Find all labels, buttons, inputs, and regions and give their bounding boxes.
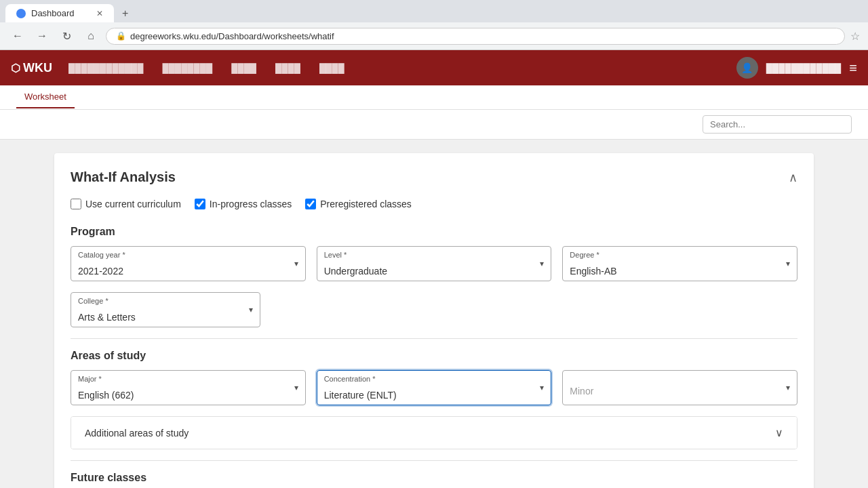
catalog-year-field: Catalog year * 2021-2022 ▾ [71,246,306,281]
address-text: degreeworks.wku.edu/Dashboard/worksheets… [130,31,835,41]
divider-2 [71,460,797,461]
header-nav-3[interactable]: ████ [226,60,262,76]
level-select[interactable]: Level * Undergraduate ▾ [317,246,552,281]
in-progress-label: In-progress classes [210,199,292,209]
wku-logo: ⬡ WKU [11,61,52,75]
degree-select[interactable]: Degree * English-AB ▾ [562,246,797,281]
in-progress-checkbox[interactable] [195,199,205,209]
program-row-2: College * Arts & Letters ▾ [71,292,797,327]
concentration-label: Concentration * [324,375,376,383]
logo-text: WKU [23,61,52,75]
reload-button[interactable]: ↻ [57,26,76,45]
future-classes-section: Future classes ADD [71,472,797,488]
hamburger-menu-button[interactable]: ≡ [849,60,857,76]
nav-bar: ← → ↻ ⌂ 🔒 degreeworks.wku.edu/Dashboard/… [0,22,868,49]
major-value: English (662) [71,371,305,405]
in-progress-checkbox-item[interactable]: In-progress classes [195,199,292,209]
major-label: Major * [78,375,102,383]
college-label: College * [78,297,108,305]
app-header: ⬡ WKU ████████████ ████████ ████ ████ ██… [0,50,868,85]
major-select[interactable]: Major * English (662) ▾ [71,370,306,405]
degree-label: Degree * [570,251,599,259]
bookmark-button[interactable]: ☆ [850,30,860,43]
minor-select[interactable]: Minor ▾ [562,370,797,405]
page-title: What-If Analysis [71,169,176,185]
header-nav-5[interactable]: ████ [314,60,350,76]
program-section: Program Catalog year * 2021-2022 ▾ [71,226,797,327]
level-field: Level * Undergraduate ▾ [317,246,552,281]
header-nav-links: ████████████ ████████ ████ ████ ████ [63,60,726,76]
search-input[interactable] [703,115,852,134]
sub-header: Worksheet [0,85,868,110]
divider-1 [71,338,797,339]
back-button[interactable]: ← [8,26,27,45]
use-current-label: Use current curriculum [85,199,181,209]
checkboxes-row: Use current curriculum In-progress class… [71,199,797,209]
browser-chrome: Dashboard ✕ + ← → ↻ ⌂ 🔒 degreeworks.wku.… [0,0,868,50]
college-field: College * Arts & Letters ▾ [71,292,260,327]
additional-areas-toggle[interactable]: Additional areas of study ∨ [71,417,797,449]
lock-icon: 🔒 [116,31,126,41]
address-bar[interactable]: 🔒 degreeworks.wku.edu/Dashboard/workshee… [106,28,845,45]
additional-areas-label: Additional areas of study [85,428,189,439]
preregistered-checkbox-item[interactable]: Preregistered classes [305,199,412,209]
header-right: 👤 ████████████ ≡ [736,57,857,79]
level-label: Level * [324,251,347,259]
new-tab-button[interactable]: + [117,5,134,22]
program-section-label: Program [71,226,797,238]
additional-areas-section: Additional areas of study ∨ [71,416,797,449]
college-select[interactable]: College * Arts & Letters ▾ [71,292,260,327]
concentration-select[interactable]: Concentration * Literature (ENLT) ▾ [317,370,552,405]
header-nav-2[interactable]: ████████ [157,60,218,76]
minor-field: Minor ▾ [562,370,797,405]
degree-field: Degree * English-AB ▾ [562,246,797,281]
areas-row: Major * English (662) ▾ Concentration * [71,370,797,405]
tab-close-button[interactable]: ✕ [96,9,103,18]
main-content: What-If Analysis ∧ Use current curriculu… [0,140,868,488]
user-name: ████████████ [766,63,842,73]
major-field: Major * English (662) ▾ [71,370,306,405]
use-current-checkbox-item[interactable]: Use current curriculum [71,199,181,209]
concentration-field: Concentration * Literature (ENLT) ▾ [317,370,552,405]
home-button[interactable]: ⌂ [81,26,100,45]
future-classes-label: Future classes [71,472,797,484]
catalog-year-label: Catalog year * [78,251,125,259]
areas-of-study-section: Areas of study Major * English (662) ▾ [71,350,797,405]
forward-button[interactable]: → [33,26,52,45]
card-header: What-If Analysis ∧ [71,169,797,185]
additional-areas-expand-icon: ∨ [775,426,783,439]
level-value: Undergraduate [317,247,551,281]
program-row-1: Catalog year * 2021-2022 ▾ Level * [71,246,797,281]
active-tab[interactable]: Dashboard ✕ [5,4,114,22]
preregistered-label: Preregistered classes [320,199,412,209]
collapse-button[interactable]: ∧ [789,170,797,185]
preregistered-checkbox[interactable] [305,199,316,209]
header-nav-1[interactable]: ████████████ [63,60,149,76]
areas-section-label: Areas of study [71,350,797,362]
catalog-year-select[interactable]: Catalog year * 2021-2022 ▾ [71,246,306,281]
minor-value: Minor [563,371,797,405]
use-current-checkbox[interactable] [71,199,81,209]
logo-icon: ⬡ [11,62,20,75]
header-nav-4[interactable]: ████ [270,60,306,76]
user-avatar: 👤 [736,57,758,79]
tab-bar: Dashboard ✕ + [0,0,868,22]
what-if-card: What-If Analysis ∧ Use current curriculu… [54,153,814,488]
search-area [0,110,868,140]
tab-title: Dashboard [31,8,75,18]
tab-favicon [16,9,26,18]
worksheet-tab[interactable]: Worksheet [16,86,75,108]
